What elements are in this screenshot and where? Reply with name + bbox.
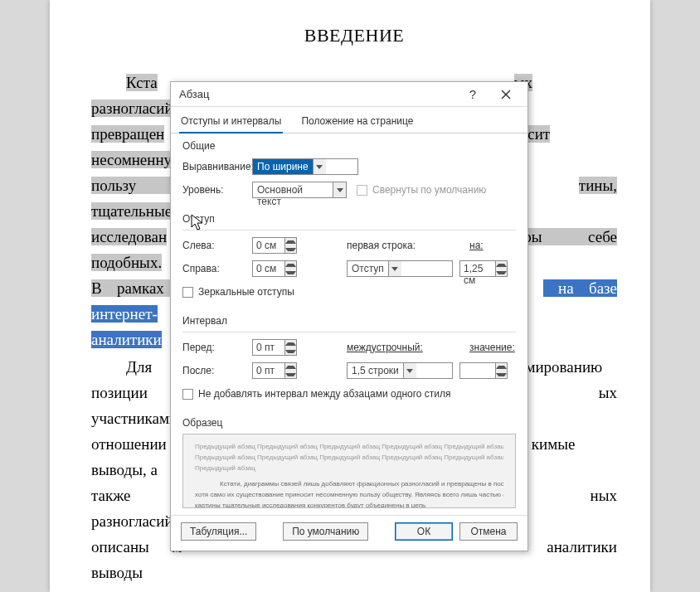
- page-title: ВВЕДЕНИЕ: [91, 25, 617, 46]
- tabs-button[interactable]: Табуляция...: [181, 522, 256, 541]
- dialog-titlebar[interactable]: Абзац ?: [171, 82, 527, 107]
- space-before-label: Перед:: [182, 342, 252, 353]
- dialog-title: Абзац: [179, 88, 456, 100]
- dialog-button-row: Табуляция... По умолчанию ОК Отмена: [171, 515, 527, 551]
- dialog-tabs: Отступы и интервалы Положение на страниц…: [171, 107, 527, 133]
- line-spacing-combo[interactable]: 1,5 строки: [347, 362, 453, 379]
- spacing-at-label: значение:: [469, 342, 515, 353]
- spacing-head: Интервал: [182, 315, 516, 327]
- indent-left-label: Слева:: [182, 240, 252, 251]
- indent-head: Отступ: [182, 213, 516, 225]
- indent-right-label: Справа:: [182, 263, 252, 274]
- section-indent: Отступ Слева: 0 см первая строка: на: Сп…: [171, 206, 527, 308]
- spin-up-icon[interactable]: [496, 261, 507, 269]
- spin-down-icon[interactable]: [496, 269, 507, 276]
- close-button[interactable]: [489, 83, 523, 106]
- spin-down-icon[interactable]: [285, 347, 296, 355]
- spin-down-icon[interactable]: [285, 269, 296, 276]
- set-default-button[interactable]: По умолчанию: [283, 522, 368, 541]
- space-after-label: После:: [182, 365, 252, 376]
- chevron-down-icon: [313, 159, 326, 174]
- spin-down-icon[interactable]: [285, 245, 296, 253]
- spin-down-icon[interactable]: [285, 371, 296, 378]
- tab-indents-spacing[interactable]: Отступы и интервалы: [179, 112, 283, 133]
- spin-up-icon[interactable]: [285, 238, 296, 245]
- chevron-down-icon: [388, 261, 401, 276]
- space-before-spin[interactable]: 0 пт: [252, 339, 297, 356]
- general-head: Общие: [182, 140, 516, 152]
- outline-level-combo[interactable]: Основной текст: [252, 182, 347, 198]
- indent-by-label: на:: [469, 240, 484, 251]
- help-button[interactable]: ?: [456, 83, 489, 106]
- section-general: Общие Выравнивание: По ширине Уровень: О…: [171, 133, 527, 206]
- sel-text: Кста: [126, 74, 158, 91]
- paragraph-dialog: Абзац ? Отступы и интервалы Положение на…: [170, 81, 528, 551]
- spin-down-icon[interactable]: [496, 371, 507, 378]
- chevron-down-icon: [403, 363, 416, 378]
- spin-up-icon[interactable]: [285, 340, 296, 347]
- alignment-combo[interactable]: По ширине: [252, 158, 358, 175]
- indent-right-spin[interactable]: 0 см: [252, 260, 297, 277]
- indent-left-spin[interactable]: 0 см: [252, 237, 297, 254]
- spin-up-icon[interactable]: [285, 261, 296, 269]
- preview-head: Образец: [182, 417, 516, 429]
- line-spacing-label: междустрочный:: [347, 342, 420, 353]
- ok-button[interactable]: ОК: [395, 522, 453, 541]
- preview-box: Предыдущий абзац Предыдущий абзац Предыд…: [182, 434, 516, 508]
- space-after-spin[interactable]: 0 пт: [252, 362, 297, 379]
- first-line-combo[interactable]: Отступ: [347, 260, 453, 277]
- no-space-same-style-checkbox[interactable]: Не добавлять интервал между абзацами одн…: [182, 388, 451, 400]
- indent-by-spin[interactable]: 1,25 см: [459, 260, 508, 277]
- first-line-label: первая строка:: [347, 240, 420, 251]
- spacing-at-spin[interactable]: [459, 362, 508, 379]
- outline-level-label: Уровень:: [182, 184, 252, 196]
- spin-up-icon[interactable]: [285, 363, 296, 371]
- cancel-button[interactable]: Отмена: [459, 522, 518, 541]
- chevron-down-icon: [333, 182, 346, 197]
- collapse-checkbox: Свернуты по умолчанию: [357, 184, 486, 196]
- spin-up-icon[interactable]: [496, 363, 507, 371]
- mirror-indents-checkbox[interactable]: Зеркальные отступы: [182, 286, 294, 298]
- section-preview: Образец: [171, 410, 527, 429]
- alignment-label: Выравнивание:: [182, 161, 252, 172]
- section-spacing: Интервал Перед: 0 пт междустрочный: знач…: [171, 308, 527, 410]
- tab-line-page-breaks[interactable]: Положение на странице: [299, 112, 415, 133]
